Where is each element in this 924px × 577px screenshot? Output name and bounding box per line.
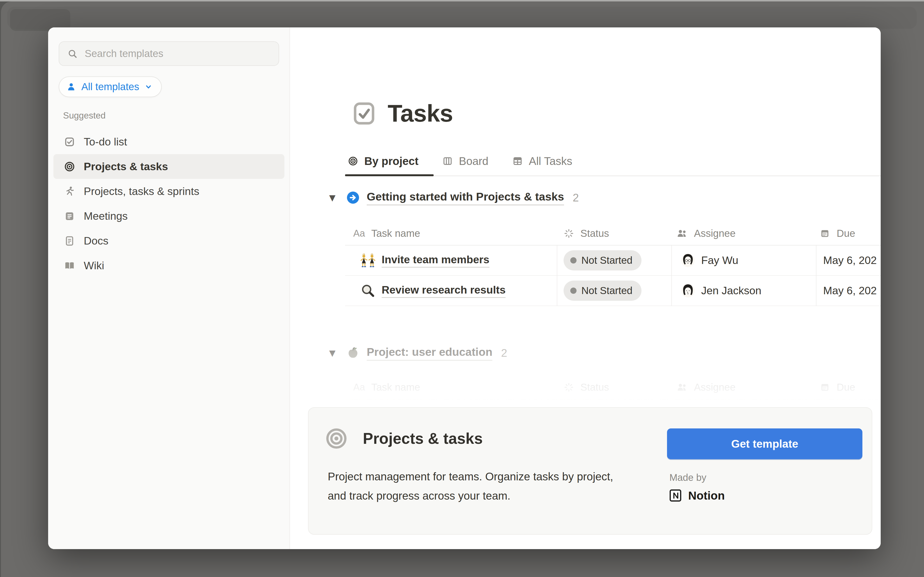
- table-grid-icon: [512, 156, 523, 167]
- chevron-down-icon: [144, 82, 153, 91]
- assignee-name: Fay Wu: [701, 254, 738, 267]
- task-name-cell[interactable]: Review research results: [345, 283, 557, 298]
- maker-name: Notion: [688, 489, 725, 502]
- group-header-user-education: ▼ Project: user education 2: [329, 345, 507, 361]
- notion-logo-icon: [668, 488, 683, 503]
- blue-circle-arrow-icon: [346, 191, 360, 205]
- assignee-cell[interactable]: Fay Wu: [671, 253, 816, 268]
- table-row[interactable]: Invite team members Not Started Fay Wu: [345, 245, 881, 276]
- get-template-button[interactable]: Get template: [667, 429, 863, 459]
- target-icon: [63, 161, 76, 172]
- document-icon: [63, 235, 76, 247]
- search-templates-field[interactable]: [59, 41, 279, 66]
- card-description: Project management for teams. Organize t…: [328, 467, 631, 505]
- screen: All templates Suggested To-do list Proje…: [0, 0, 924, 577]
- column-label: Status: [580, 382, 609, 393]
- all-templates-filter-button[interactable]: All templates: [59, 76, 162, 97]
- column-header-status[interactable]: Status: [557, 228, 671, 239]
- column-divider: [816, 245, 816, 306]
- sidebar-item-projects-tasks-sprints[interactable]: Projects, tasks & sprints: [53, 179, 284, 204]
- avatar-jen-jackson: [681, 284, 695, 298]
- made-by-label: Made by: [669, 472, 706, 483]
- avatar: [681, 284, 695, 298]
- sidebar-item-projects-tasks[interactable]: Projects & tasks: [53, 154, 284, 179]
- status-badge: Not Started: [564, 280, 641, 301]
- search-icon: [66, 48, 78, 59]
- column-header-task-name[interactable]: Aa Task name: [345, 382, 557, 393]
- text-type-icon: Aa: [353, 382, 365, 393]
- card-title: Projects & tasks: [363, 430, 483, 447]
- column-label: Task name: [371, 382, 420, 393]
- sidebar-item-label: Projects, tasks & sprints: [84, 185, 199, 198]
- column-header-assignee[interactable]: Assignee: [671, 382, 816, 393]
- task-name-cell[interactable]: Invite team members: [345, 253, 557, 268]
- status-text: Not Started: [582, 255, 632, 266]
- group-count: 2: [573, 191, 579, 204]
- person-icon: [66, 82, 76, 92]
- column-divider: [557, 245, 557, 306]
- sidebar-item-label: Docs: [84, 235, 108, 247]
- search-input[interactable]: [85, 48, 271, 60]
- book-icon: [63, 259, 76, 272]
- task-name-link[interactable]: Review research results: [382, 284, 506, 298]
- calendar-icon: [819, 228, 830, 239]
- sidebar-item-docs[interactable]: Docs: [53, 228, 284, 253]
- checkbox-page-icon: [352, 101, 376, 126]
- target-icon: [347, 156, 359, 167]
- todo-checkbox-icon: [63, 136, 76, 148]
- column-header-due[interactable]: Due: [816, 228, 881, 239]
- assignee-cell[interactable]: Jen Jackson: [671, 284, 816, 298]
- column-label: Task name: [371, 228, 420, 239]
- dancers-icon: [360, 253, 375, 268]
- tab-board[interactable]: Board: [439, 155, 491, 168]
- page-title: Tasks: [388, 100, 453, 127]
- calendar-icon: [819, 382, 830, 393]
- template-category-list: To-do list Projects & tasks Projects, ta…: [53, 129, 284, 278]
- column-header-task-name[interactable]: Aa Task name: [345, 228, 557, 239]
- page-title-row: Tasks: [352, 100, 453, 127]
- apple-icon: [346, 346, 360, 360]
- avatar: [681, 253, 695, 268]
- status-spinner-icon: [564, 382, 574, 393]
- tab-by-project[interactable]: By project: [345, 155, 421, 168]
- sidebar-item-wiki[interactable]: Wiki: [53, 253, 284, 278]
- due-cell[interactable]: May 6, 202: [816, 254, 881, 267]
- template-preview-pane: Tasks By project Board All Tasks: [290, 27, 881, 549]
- active-tab-underline: [345, 174, 434, 176]
- status-cell[interactable]: Not Started: [557, 280, 671, 301]
- tab-all-tasks[interactable]: All Tasks: [510, 155, 575, 168]
- sidebar-item-meetings[interactable]: Meetings: [53, 204, 284, 228]
- template-sidebar: All templates Suggested To-do list Proje…: [48, 27, 290, 549]
- table-header-row-faded: Aa Task name Status Assignee Due: [345, 376, 881, 399]
- column-header-assignee[interactable]: Assignee: [671, 228, 816, 239]
- template-info-card: Projects & tasks Project management for …: [308, 407, 872, 535]
- tab-label: All Tasks: [529, 155, 572, 168]
- column-label: Due: [837, 382, 855, 393]
- task-name-link[interactable]: Invite team members: [382, 253, 489, 268]
- group-title-link[interactable]: Project: user education: [367, 345, 492, 361]
- status-text: Not Started: [582, 285, 632, 297]
- table-header-row: Aa Task name Status Assignee Due: [345, 222, 881, 245]
- sidebar-item-todo-list[interactable]: To-do list: [53, 129, 284, 154]
- template-gallery-modal: All templates Suggested To-do list Proje…: [48, 27, 881, 549]
- group-header-getting-started: ▼ Getting started with Projects & tasks …: [329, 190, 579, 205]
- magnifier-icon: [360, 283, 375, 298]
- status-cell[interactable]: Not Started: [557, 250, 671, 271]
- column-header-status[interactable]: Status: [557, 382, 671, 393]
- column-header-due[interactable]: Due: [816, 382, 881, 393]
- suggested-section-label: Suggested: [63, 111, 106, 121]
- collapse-triangle-icon[interactable]: ▼: [329, 193, 346, 202]
- sidebar-item-label: Projects & tasks: [84, 160, 168, 173]
- sprint-runner-icon: [63, 185, 76, 197]
- collapse-triangle-icon[interactable]: ▼: [329, 348, 346, 358]
- column-label: Assignee: [694, 228, 736, 239]
- group-title-link[interactable]: Getting started with Projects & tasks: [367, 190, 564, 205]
- maker-row: Notion: [668, 488, 725, 503]
- avatar-fay-wu: [681, 253, 695, 268]
- due-cell[interactable]: May 6, 202: [816, 284, 881, 297]
- table-body: Invite team members Not Started Fay Wu: [345, 245, 881, 306]
- group-count: 2: [501, 347, 507, 359]
- due-date: May 6, 202: [823, 254, 877, 267]
- browser-tab-strip: [7, 7, 917, 29]
- table-row[interactable]: Review research results Not Started Jen …: [345, 276, 881, 306]
